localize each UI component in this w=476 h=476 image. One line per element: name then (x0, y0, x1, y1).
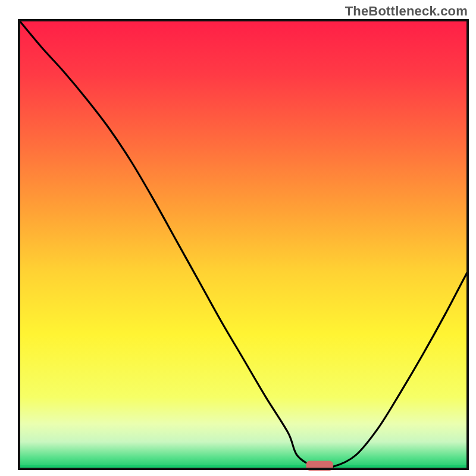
plot-background (19, 20, 468, 469)
chart-container: TheBottleneck.com (0, 0, 476, 476)
watermark-text: TheBottleneck.com (345, 4, 468, 19)
bottleneck-chart (0, 0, 476, 476)
